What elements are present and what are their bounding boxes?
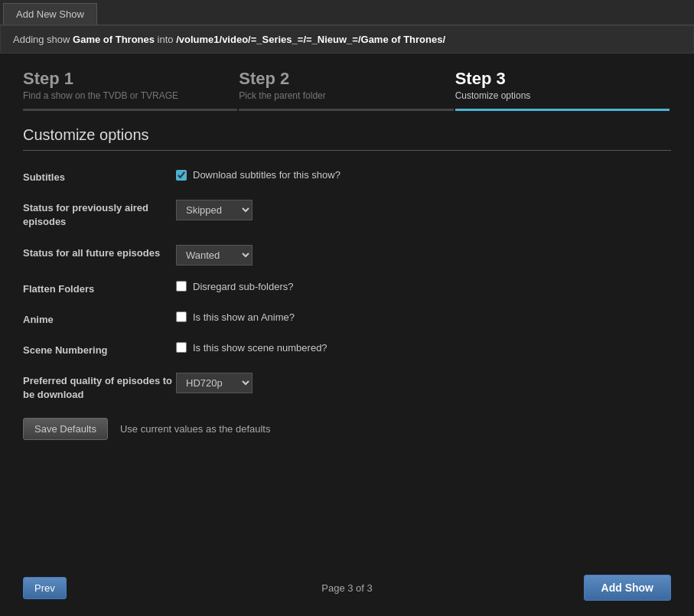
step-2-label: Pick the parent folder xyxy=(239,90,455,101)
step-bar-3 xyxy=(455,109,670,111)
info-bar: Adding show Game of Thrones into /volume… xyxy=(0,25,694,54)
preferred-quality-select[interactable]: HD720p HD1080p SD Any xyxy=(176,373,253,393)
add-show-button[interactable]: Add Show xyxy=(584,575,671,601)
subtitles-label: Subtitles xyxy=(23,169,176,184)
flatten-folders-label: Flatten Folders xyxy=(23,281,176,296)
page-indicator: Page 3 of 3 xyxy=(321,582,373,594)
step-2-number: Step 2 xyxy=(239,69,455,89)
step-1-number: Step 1 xyxy=(23,69,239,89)
step-bar-1 xyxy=(23,109,237,111)
step-bar-2 xyxy=(239,109,453,111)
steps-container: Step 1 Find a show on the TVDB or TVRAGE… xyxy=(23,69,671,101)
tab-bar: Add New Show xyxy=(0,0,694,25)
step-progress xyxy=(23,109,671,111)
step-1-label: Find a show on the TVDB or TVRAGE xyxy=(23,90,239,101)
preferred-quality-row: Preferred quality of episodes to be down… xyxy=(23,373,671,402)
info-prefix: Adding show xyxy=(13,34,73,45)
main-content: Step 1 Find a show on the TVDB or TVRAGE… xyxy=(0,54,694,478)
status-previous-label: Status for previously aired episodes xyxy=(23,200,176,229)
status-future-label: Status for all future episodes xyxy=(23,245,176,260)
subtitles-checkbox-label: Download subtitles for this show? xyxy=(193,169,340,181)
anime-label: Anime xyxy=(23,311,176,327)
flatten-folders-control: Disregard sub-folders? xyxy=(176,281,671,292)
preferred-quality-control: HD720p HD1080p SD Any xyxy=(176,373,671,393)
save-defaults-hint: Use current values as the defaults xyxy=(120,423,271,435)
subtitles-checkbox[interactable] xyxy=(176,170,187,181)
scene-numbering-row: Scene Numbering Is this show scene numbe… xyxy=(23,342,671,357)
subtitles-row: Subtitles Download subtitles for this sh… xyxy=(23,169,671,184)
anime-checkbox[interactable] xyxy=(176,311,187,322)
anime-checkbox-label: Is this show an Anime? xyxy=(193,311,295,323)
flatten-folders-checkbox-label: Disregard sub-folders? xyxy=(193,281,294,292)
status-future-control: Wanted Skipped Archived Ignored xyxy=(176,245,671,266)
scene-numbering-checkbox-label: Is this show scene numbered? xyxy=(193,342,327,354)
scene-numbering-control: Is this show scene numbered? xyxy=(176,342,671,354)
step-1: Step 1 Find a show on the TVDB or TVRAGE xyxy=(23,69,239,101)
scene-numbering-label: Scene Numbering xyxy=(23,342,176,357)
status-future-select[interactable]: Wanted Skipped Archived Ignored xyxy=(176,245,253,266)
prev-button[interactable]: Prev xyxy=(23,577,67,599)
status-future-row: Status for all future episodes Wanted Sk… xyxy=(23,245,671,266)
step-2: Step 2 Pick the parent folder xyxy=(239,69,455,101)
subtitles-control: Download subtitles for this show? xyxy=(176,169,671,181)
save-defaults-row: Save Defaults Use current values as the … xyxy=(23,418,671,440)
step-3-number: Step 3 xyxy=(455,69,671,89)
status-previous-control: Skipped Wanted Archived Ignored xyxy=(176,200,671,220)
step-3: Step 3 Customize options xyxy=(455,69,671,101)
add-new-show-tab[interactable]: Add New Show xyxy=(3,3,97,24)
scene-numbering-checkbox[interactable] xyxy=(176,342,187,353)
flatten-folders-checkbox[interactable] xyxy=(176,281,187,292)
info-path: /volume1/video/=_Series_=/=_Nieuw_=/Game… xyxy=(176,34,445,45)
anime-row: Anime Is this show an Anime? xyxy=(23,311,671,327)
bottom-nav: Prev Page 3 of 3 Add Show xyxy=(0,562,694,616)
step-3-label: Customize options xyxy=(455,90,671,101)
info-show-name: Game of Thrones xyxy=(73,34,155,45)
preferred-quality-label: Preferred quality of episodes to be down… xyxy=(23,373,176,402)
status-previous-row: Status for previously aired episodes Ski… xyxy=(23,200,671,229)
anime-control: Is this show an Anime? xyxy=(176,311,671,323)
save-defaults-button[interactable]: Save Defaults xyxy=(23,418,108,440)
status-previous-select[interactable]: Skipped Wanted Archived Ignored xyxy=(176,200,253,220)
info-middle: into xyxy=(155,34,176,45)
flatten-folders-row: Flatten Folders Disregard sub-folders? xyxy=(23,281,671,296)
section-title: Customize options xyxy=(23,126,671,151)
